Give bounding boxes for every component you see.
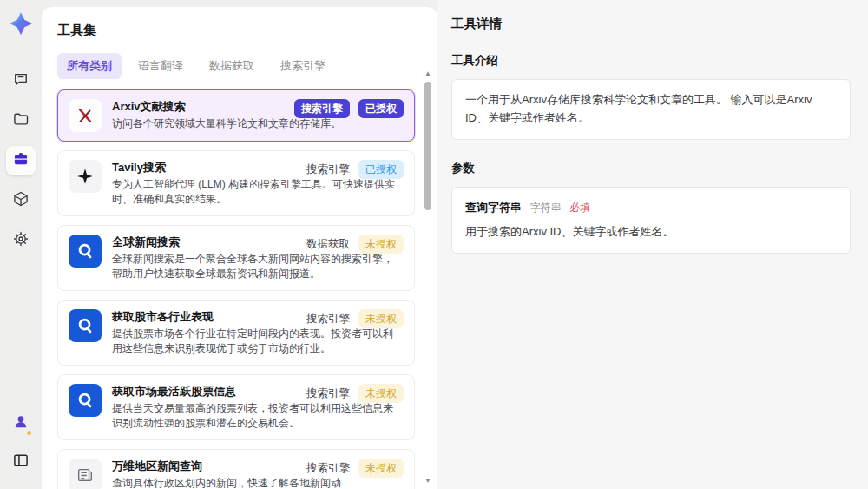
chat-nav-button[interactable] [6, 66, 36, 96]
tool-card-sector-performance[interactable]: 获取股市各行业表现 提供股票市场各个行业在特定时间段内的表现。投资者可以利用这些… [57, 300, 415, 366]
tool-card-active-stocks[interactable]: 获取市场最活跃股票信息 提供当天交易量最高的股票列表，投资者可以利用这些信息来识… [57, 374, 415, 440]
list-scrollbar[interactable]: ▲ ▼ [423, 69, 433, 486]
tool-description: 提供当天交易量最高的股票列表，投资者可以利用这些信息来识别流动性强的股票和潜在的… [112, 401, 402, 431]
param-description: 用于搜索的Arxiv ID、关键字或作者姓名。 [465, 223, 837, 241]
tool-card-regional-news[interactable]: 万维地区新闻查询 查询具体行政区划内的新闻，快速了解各地新闻动 搜索引擎 未授权 [57, 449, 415, 489]
intro-text: 一个用于从Arxiv存储库搜索科学论文和文章的工具。 输入可以是Arxiv ID… [465, 93, 812, 124]
category-badge: 搜索引擎 [306, 312, 350, 327]
tool-card-tavily[interactable]: Tavily搜索 专为人工智能代理 (LLM) 构建的搜索引擎工具。可快速提供实… [57, 150, 415, 216]
param-box: 查询字符串 字符串 必填 用于搜索的Arxiv ID、关键字或作者姓名。 [451, 187, 851, 254]
tool-description: 专为人工智能代理 (LLM) 构建的搜索引擎工具。可快速提供实时、准确和真实的结… [112, 177, 402, 207]
scrollbar-thumb[interactable] [424, 82, 431, 210]
category-badge: 搜索引擎 [306, 162, 350, 177]
category-badge: 搜索引擎 [294, 99, 350, 118]
tool-card-arxiv[interactable]: Arxiv文献搜索 访问各个研究领域大量科学论文和文章的存储库。 搜索引擎 已授… [57, 89, 415, 142]
collapse-panel-button[interactable] [6, 447, 36, 477]
tool-description: 提供股票市场各个行业在特定时间段内的表现。投资者可以利用这些信息来识别表现优于或… [112, 327, 402, 356]
intro-header: 工具介绍 [451, 53, 851, 69]
intro-box: 一个用于从Arxiv存储库搜索科学论文和文章的工具。 输入可以是Arxiv ID… [451, 79, 851, 140]
arxiv-icon [69, 99, 102, 132]
tool-description: 查询具体行政区划内的新闻，快速了解各地新闻动 [112, 476, 402, 489]
param-type: 字符串 [530, 202, 562, 214]
tab-all-categories[interactable]: 所有类别 [57, 53, 122, 79]
tool-card-global-news[interactable]: 全球新闻搜索 全球新闻搜索是一个聚合全球各大新闻网站内容的搜索引擎，帮助用户快速… [57, 225, 415, 291]
params-header: 参数 [451, 161, 851, 176]
auth-badge: 未授权 [358, 459, 404, 478]
news-search-icon [69, 309, 102, 342]
auth-badge: 已授权 [358, 160, 404, 179]
cube-icon [12, 190, 30, 211]
detail-title: 工具详情 [451, 16, 851, 32]
chat-icon [12, 70, 30, 91]
tab-data-fetching[interactable]: 数据获取 [200, 53, 264, 79]
auth-badge: 未授权 [358, 235, 404, 254]
scroll-down-arrow[interactable]: ▼ [423, 477, 433, 486]
scroll-up-arrow[interactable]: ▲ [423, 69, 433, 78]
auth-badge: 未授权 [358, 309, 404, 328]
category-tabs: 所有类别 语言翻译 数据获取 搜索引擎 [57, 53, 413, 79]
tools-nav-button[interactable] [6, 146, 36, 175]
param-required-flag: 必填 [569, 202, 590, 214]
gear-icon [12, 230, 30, 251]
models-nav-button[interactable] [6, 186, 36, 215]
tab-search-engine[interactable]: 搜索引擎 [271, 53, 335, 79]
auth-badge: 未授权 [358, 384, 404, 403]
param-name: 查询字符串 [465, 201, 522, 214]
tool-list-panel: 工具集 所有类别 语言翻译 数据获取 搜索引擎 Arxiv文献搜索 访问各个研究… [42, 7, 437, 489]
tool-description: 全球新闻搜索是一个聚合全球各大新闻网站内容的搜索引擎，帮助用户快速获取全球最新资… [112, 252, 402, 281]
settings-nav-button[interactable] [6, 226, 36, 255]
status-dot [27, 431, 31, 435]
tool-detail-panel: 工具详情 工具介绍 一个用于从Arxiv存储库搜索科学论文和文章的工具。 输入可… [437, 0, 868, 489]
left-icon-rail [0, 0, 42, 489]
tavily-star-icon [69, 160, 102, 193]
user-avatar-button[interactable] [6, 409, 36, 439]
toolbox-icon [12, 150, 30, 171]
tool-list: Arxiv文献搜索 访问各个研究领域大量科学论文和文章的存储库。 搜索引擎 已授… [57, 89, 415, 489]
page-title: 工具集 [57, 23, 413, 39]
category-badge: 搜索引擎 [306, 387, 350, 401]
tool-description: 访问各个研究领域大量科学论文和文章的存储库。 [112, 116, 402, 131]
tab-language-translation[interactable]: 语言翻译 [128, 53, 193, 79]
auth-badge: 已授权 [358, 99, 404, 118]
folder-icon [12, 110, 30, 131]
app-logo-icon [6, 9, 36, 38]
news-search-icon [69, 235, 102, 268]
news-search-icon [69, 384, 102, 417]
panel-toggle-icon [12, 452, 30, 472]
category-badge: 数据获取 [306, 237, 350, 252]
files-nav-button[interactable] [6, 106, 36, 135]
newspaper-icon [69, 459, 102, 489]
category-badge: 搜索引擎 [306, 461, 350, 476]
